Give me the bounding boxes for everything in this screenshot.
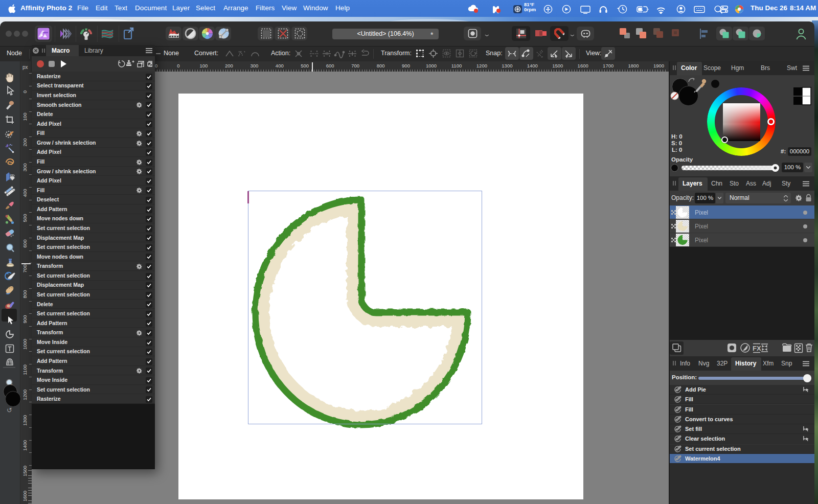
- svg-text:FX: FX: [753, 345, 761, 352]
